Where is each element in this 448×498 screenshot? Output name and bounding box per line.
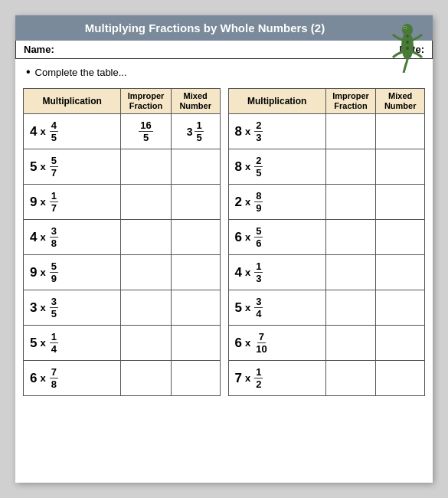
table-row: 7 x 12: [228, 361, 425, 396]
mult-cell: 4 x 13: [228, 255, 325, 290]
table-row: 3 x 35: [24, 290, 221, 326]
improper-cell: [121, 255, 172, 290]
left-mult-header: Multiplication: [24, 89, 121, 114]
improper-cell: [121, 220, 172, 255]
tables-container: Multiplication ImproperFraction MixedNum…: [15, 85, 433, 404]
improper-cell: [325, 290, 376, 326]
improper-cell: [121, 185, 172, 220]
mult-cell: 7 x 12: [228, 361, 325, 396]
mult-cell: 3 x 35: [24, 290, 121, 326]
mixed-cell: [376, 149, 425, 185]
left-improper-header: ImproperFraction: [121, 89, 172, 114]
improper-cell: [121, 326, 172, 361]
mult-cell: 8 x 23: [228, 114, 325, 149]
right-improper-header: ImproperFraction: [325, 89, 376, 114]
mixed-cell: [376, 220, 425, 255]
mixed-cell: [171, 149, 220, 185]
mixed-cell: [171, 185, 220, 220]
table-row: 6 x 710: [228, 326, 425, 361]
mixed-cell: [376, 185, 425, 220]
mult-cell: 5 x 34: [228, 290, 325, 326]
table-row: 5 x 57: [24, 149, 221, 185]
mixed-cell: [171, 290, 220, 326]
improper-cell: [325, 185, 376, 220]
mult-cell: 5 x 14: [24, 326, 121, 361]
right-mult-header: Multiplication: [228, 89, 325, 114]
worksheet-page: Multiplying Fractions by Whole Numbers (…: [15, 15, 433, 483]
instruction-text: Complete the table...: [15, 59, 433, 85]
mult-cell: 9 x 17: [24, 185, 121, 220]
improper-cell: [325, 361, 376, 396]
mult-cell: 4 x 38: [24, 220, 121, 255]
mixed-cell: [376, 255, 425, 290]
improper-cell: [121, 149, 172, 185]
table-row: 8 x 25: [228, 149, 425, 185]
table-row: 5 x 14: [24, 326, 221, 361]
mult-cell: 6 x 56: [228, 220, 325, 255]
mixed-cell: 315: [171, 114, 220, 149]
svg-point-4: [406, 41, 409, 44]
svg-point-1: [402, 24, 413, 36]
table-row: 8 x 23: [228, 114, 425, 149]
name-label: Name:: [24, 44, 54, 55]
left-mixed-header: MixedNumber: [171, 89, 220, 114]
improper-cell: 165: [121, 114, 172, 149]
name-date-row: Name: Date:: [15, 41, 433, 59]
mixed-cell: [171, 255, 220, 290]
mixed-cell: [171, 361, 220, 396]
mixed-cell: [376, 114, 425, 149]
improper-cell: [325, 114, 376, 149]
svg-point-3: [404, 27, 406, 28]
table-row: 4 x 38: [24, 220, 221, 255]
improper-cell: [325, 326, 376, 361]
svg-point-5: [406, 47, 409, 50]
mult-cell: 6 x 710: [228, 326, 325, 361]
improper-cell: [325, 255, 376, 290]
improper-cell: [121, 361, 172, 396]
right-mixed-header: MixedNumber: [376, 89, 425, 114]
table-row: 6 x 56: [228, 220, 425, 255]
mult-cell: 9 x 59: [24, 255, 121, 290]
improper-cell: [325, 220, 376, 255]
table-row: 2 x 89: [228, 185, 425, 220]
worksheet-title: Multiplying Fractions by Whole Numbers (…: [15, 15, 433, 41]
mixed-cell: [376, 361, 425, 396]
gecko-decoration: [388, 19, 427, 65]
mixed-cell: [171, 220, 220, 255]
mult-cell: 2 x 89: [228, 185, 325, 220]
improper-cell: [325, 149, 376, 185]
table-row: 4 x 45165315: [24, 114, 221, 149]
mixed-cell: [376, 326, 425, 361]
mult-cell: 8 x 25: [228, 149, 325, 185]
table-row: 6 x 78: [24, 361, 221, 396]
right-table: Multiplication ImproperFraction MixedNum…: [228, 88, 426, 396]
svg-point-6: [407, 35, 409, 38]
mixed-cell: [376, 290, 425, 326]
table-row: 9 x 17: [24, 185, 221, 220]
left-table: Multiplication ImproperFraction MixedNum…: [23, 88, 221, 396]
table-row: 9 x 59: [24, 255, 221, 290]
mult-cell: 6 x 78: [24, 361, 121, 396]
table-row: 5 x 34: [228, 290, 425, 326]
table-row: 4 x 13: [228, 255, 425, 290]
mult-cell: 4 x 45: [24, 114, 121, 149]
mult-cell: 5 x 57: [24, 149, 121, 185]
mixed-cell: [171, 326, 220, 361]
improper-cell: [121, 290, 172, 326]
